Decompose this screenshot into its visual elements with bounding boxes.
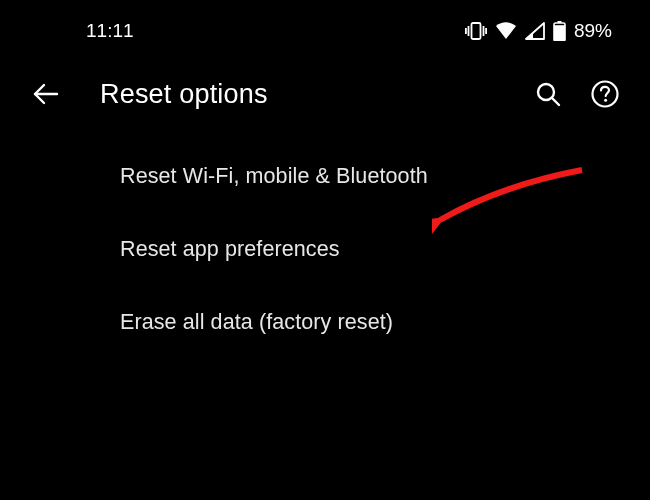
svg-line-10 (552, 98, 559, 105)
list-item-label: Erase all data (factory reset) (120, 310, 393, 334)
svg-rect-7 (554, 25, 565, 41)
back-arrow-icon (30, 78, 62, 110)
back-button[interactable] (30, 78, 62, 110)
list-item-reset-wifi[interactable]: Reset Wi-Fi, mobile & Bluetooth (120, 140, 650, 213)
svg-rect-0 (471, 23, 480, 39)
status-time: 11:11 (86, 20, 134, 42)
options-list: Reset Wi-Fi, mobile & Bluetooth Reset ap… (0, 118, 650, 359)
list-item-reset-app-preferences[interactable]: Reset app preferences (120, 213, 650, 286)
svg-point-11 (593, 82, 618, 107)
vibrate-icon (465, 22, 487, 40)
search-button[interactable] (534, 80, 562, 108)
status-bar: 11:11 (0, 0, 650, 50)
list-item-label: Reset app preferences (120, 237, 340, 261)
svg-point-12 (604, 99, 607, 102)
list-item-label: Reset Wi-Fi, mobile & Bluetooth (120, 164, 428, 188)
help-icon (590, 79, 620, 109)
wifi-icon (495, 22, 517, 40)
battery-percentage: 89% (574, 20, 612, 42)
battery-icon (553, 21, 566, 41)
help-button[interactable] (590, 79, 620, 109)
action-icons (534, 79, 620, 109)
list-item-erase-all-data[interactable]: Erase all data (factory reset) (120, 286, 650, 359)
status-right: 89% (465, 20, 612, 42)
search-icon (534, 80, 562, 108)
cellular-icon (525, 22, 545, 40)
page-title: Reset options (100, 79, 496, 110)
app-bar: Reset options (0, 50, 650, 118)
